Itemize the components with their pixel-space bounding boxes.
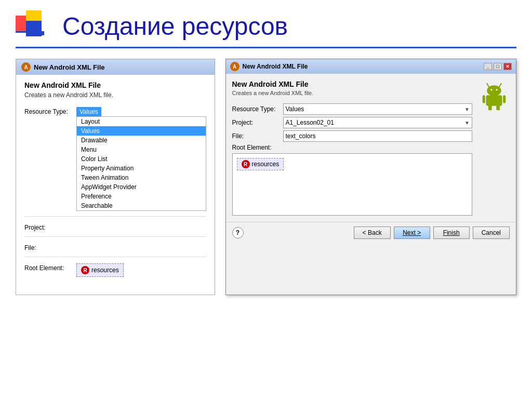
left-dialog: A New Android XML File New Android XML F… [16, 59, 215, 295]
dropdown-list: Layout Values Drawable Menu Color List P… [76, 116, 206, 211]
right-dialog-title-bar: A New Android XML File _ □ ✕ [226, 59, 516, 74]
dropdown-item-menu[interactable]: Menu [77, 145, 206, 154]
main-content: A New Android XML File New Android XML F… [0, 59, 532, 295]
title-bar-controls: _ □ ✕ [484, 63, 512, 70]
dropdown-item-searchable[interactable]: Searchable [77, 201, 206, 210]
header-divider [16, 47, 516, 48]
android-robot [478, 80, 510, 216]
right-dialog-main: New Android XML File Creates a new Andro… [232, 80, 473, 216]
r-root-element-section: Root Element: R resources [232, 144, 473, 216]
r-file-label: File: [232, 132, 279, 140]
dropdown-item-layout[interactable]: Layout [77, 117, 206, 126]
svg-point-7 [487, 85, 501, 96]
right-dialog-inner: New Android XML File Creates a new Andro… [226, 74, 516, 222]
next-button[interactable]: Next > [394, 227, 430, 239]
cancel-button[interactable]: Cancel [473, 227, 510, 239]
help-button[interactable]: ? [232, 227, 244, 238]
dialog-footer: ? < Back Next > Finish Cancel [226, 222, 516, 243]
svg-rect-4 [16, 31, 44, 33]
project-select[interactable]: A1_Lesson02_01 ▼ [283, 117, 473, 128]
footer-buttons: < Back Next > Finish Cancel [354, 227, 510, 239]
minimize-button[interactable]: _ [484, 63, 492, 70]
resource-type-selected[interactable]: Values [76, 107, 101, 116]
select-arrow-icon: ▼ [464, 107, 470, 112]
back-button[interactable]: < Back [354, 227, 391, 239]
root-item[interactable]: R resources [237, 158, 284, 170]
android-icon-right: A [230, 62, 240, 71]
r-badge-right: R [242, 160, 250, 168]
left-dialog-heading: New Android XML File [24, 81, 206, 89]
file-row: File: [24, 243, 206, 257]
left-dialog-subtitle: Creates a new Android XML file. [24, 91, 206, 99]
root-element-area: R resources [232, 153, 473, 216]
finish-button[interactable]: Finish [433, 227, 470, 239]
page-title: Создание ресурсов [62, 12, 288, 41]
r-project-label: Project: [232, 119, 279, 126]
svg-rect-14 [496, 105, 500, 110]
android-icon-left: A [21, 62, 31, 72]
root-element-row: Root Element: R resources [24, 263, 206, 282]
root-item-text: resources [252, 161, 280, 168]
root-element-value: R resources [76, 263, 206, 277]
dropdown-item-appwidget[interactable]: AppWidget Provider [77, 182, 206, 192]
logo-icon [16, 10, 52, 42]
file-input[interactable] [283, 130, 473, 142]
svg-point-9 [496, 89, 497, 90]
resource-type-select-value: Values [286, 105, 304, 113]
dropdown-item-drawable[interactable]: Drawable [77, 136, 206, 145]
r-resource-type-ctrl[interactable]: Values ▼ [283, 103, 473, 115]
svg-point-8 [490, 89, 492, 90]
r-resource-type-row: Resource Type: Values ▼ [232, 103, 473, 115]
svg-rect-13 [488, 105, 492, 110]
project-row: Project: [24, 223, 206, 237]
svg-rect-12 [503, 95, 506, 103]
project-select-arrow-icon: ▼ [464, 120, 470, 126]
right-dialog-title: New Android XML File [243, 63, 308, 70]
file-label: File: [24, 243, 76, 251]
r-root-element-label: Root Element: [232, 144, 473, 151]
root-element-text: resources [91, 267, 119, 274]
r-file-row: File: [232, 130, 473, 142]
dropdown-item-tweenanimation[interactable]: Tween Animation [77, 173, 206, 182]
maximize-button[interactable]: □ [494, 63, 502, 70]
left-dialog-title: New Android XML File [34, 63, 105, 71]
dropdown-item-propanimation[interactable]: Property Animation [77, 164, 206, 173]
resource-type-dropdown[interactable]: Values Layout Values Drawable Menu Color… [76, 107, 206, 211]
resource-type-row: Resource Type: Values Layout Values Draw… [24, 107, 206, 217]
right-dialog: A New Android XML File _ □ ✕ New Android… [225, 59, 517, 295]
dropdown-item-preference[interactable]: Preference [77, 192, 206, 201]
header: Создание ресурсов [0, 0, 532, 47]
android-logo-svg [478, 80, 510, 111]
r-project-ctrl[interactable]: A1_Lesson02_01 ▼ [283, 117, 473, 128]
root-element-label: Root Element: [24, 263, 76, 272]
resource-type-label: Resource Type: [24, 107, 76, 115]
title-bar-left: A New Android XML File [230, 62, 308, 71]
left-dialog-title-bar: A New Android XML File [16, 59, 215, 75]
left-dialog-content: New Android XML File Creates a new Andro… [16, 75, 215, 295]
right-dialog-subtitle: Creates a new Android XML file. [232, 90, 473, 96]
r-file-ctrl[interactable] [283, 130, 473, 142]
right-dialog-heading: New Android XML File [232, 80, 473, 88]
project-label: Project: [24, 223, 76, 231]
resource-type-select[interactable]: Values ▼ [283, 103, 473, 115]
r-resource-type-label: Resource Type: [232, 105, 279, 113]
dropdown-item-values[interactable]: Values [77, 126, 206, 136]
svg-rect-11 [483, 95, 485, 103]
root-element-box: R resources [76, 263, 124, 277]
dropdown-item-colorlist[interactable]: Color List [77, 154, 206, 164]
r-badge: R [81, 266, 89, 274]
r-project-row: Project: A1_Lesson02_01 ▼ [232, 117, 473, 128]
project-select-value: A1_Lesson02_01 [286, 119, 334, 126]
close-button[interactable]: ✕ [503, 63, 512, 70]
svg-rect-10 [486, 95, 502, 106]
